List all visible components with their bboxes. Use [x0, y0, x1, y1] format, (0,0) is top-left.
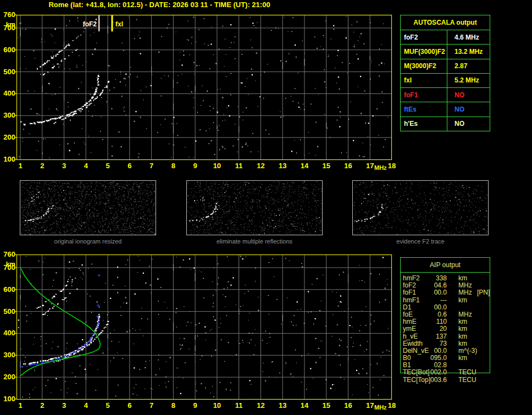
x-axis-unit: MHz — [374, 404, 387, 411]
aip-param-label: Ewidth — [400, 340, 430, 347]
y-axis-unit: km — [0, 261, 15, 268]
autoscala-param-label: M(3000)F2 — [401, 59, 447, 73]
x-tick-label: 4 — [79, 162, 93, 170]
aip-param-unit: km — [458, 355, 476, 362]
x-axis-unit: MHz — [374, 164, 387, 171]
aip-row-hmf1: hmF1---km — [400, 297, 510, 304]
x-tick-label: 6 — [123, 402, 137, 410]
y-tick-label: 400 — [0, 329, 15, 337]
autoscala-table-title: AUTOSCALA output — [401, 15, 490, 30]
y-tick-label: 760 — [0, 251, 15, 258]
panel-label-evidence: evidence F2 trace — [352, 238, 489, 245]
autoscala-param-label: ftEs — [401, 102, 447, 116]
aip-param-unit: km — [458, 325, 476, 333]
aip-row-tectop: TEC[Top]003.6TECU — [400, 377, 510, 384]
x-tick-label: 16 — [341, 402, 355, 410]
autoscala-param-label: fxI — [401, 74, 447, 87]
aip-row-hme: hmE110km — [400, 318, 510, 325]
aip-param-value: 003.6 — [430, 377, 447, 384]
x-tick-label: 12 — [253, 162, 268, 170]
aip-param-value: 73 — [430, 340, 447, 347]
x-tick-label: 4 — [79, 402, 93, 410]
x-tick-label: 3 — [57, 402, 71, 410]
aip-param-unit: TECU — [458, 377, 476, 384]
y-axis-unit: km — [0, 21, 15, 29]
x-tick-label: 6 — [123, 162, 137, 170]
autoscala-param-value: 2.87 — [447, 59, 490, 73]
y-tick-label: 500 — [0, 68, 15, 76]
aip-row-delnve: DelN_vE00.0m^(-3) — [400, 347, 510, 355]
page-title: Rome (lat: +41.8, lon: 012.5) - DATE: 20… — [0, 1, 319, 9]
x-tick-label: 13 — [275, 162, 290, 170]
x-tick-label: 8 — [166, 402, 180, 410]
aip-row-tecbot: TEC[Bot]002.0TECU — [400, 369, 510, 376]
aip-param-value: 002.0 — [430, 369, 447, 376]
aip-param-label: foF1 — [400, 289, 430, 296]
autoscala-screen: Rome (lat: +41.8, lon: 012.5) - DATE: 20… — [0, 0, 532, 415]
aip-box-title: AIP output — [401, 258, 490, 273]
autoscala-row-m3000f2: M(3000)F22.87 — [401, 59, 490, 74]
autoscala-param-value: NO — [447, 102, 490, 116]
aip-param-unit: km — [458, 297, 476, 304]
aip-row-fof2: foF204.6MHz — [400, 282, 510, 289]
aip-row-b0: B0095.0km — [400, 355, 510, 362]
x-tick-label: 5 — [101, 402, 115, 410]
y-tick-label: 200 — [0, 373, 15, 381]
y-tick-label: 600 — [0, 286, 15, 294]
y-tick-label: 500 — [0, 308, 15, 316]
x-tick-label: 2 — [35, 402, 49, 410]
fxI-marker-label: fxI — [115, 21, 123, 28]
autoscala-param-label: MUF(3000)F2 — [401, 45, 447, 58]
aip-param-label: h_vE — [400, 333, 430, 340]
autoscala-row-ftes: ftEsNO — [401, 102, 490, 117]
autoscala-output-table: AUTOSCALA output foF24.6 MHzMUF(3000)F21… — [400, 15, 490, 131]
panel-eliminate-reflections — [186, 180, 323, 235]
aip-param-unit: km — [458, 340, 476, 347]
x-tick-label: 14 — [297, 402, 312, 410]
x-tick-label: 8 — [166, 162, 180, 170]
aip-param-value: --- — [430, 297, 447, 304]
aip-param-unit: km — [458, 333, 476, 340]
y-tick-label: 600 — [0, 46, 15, 54]
y-tick-label: 300 — [0, 112, 15, 119]
aip-param-label: TEC[Top] — [400, 377, 430, 384]
aip-row-fof1: foF100.0MHz[PN] — [400, 289, 510, 296]
aip-row-foe: foE0.6MHz — [400, 311, 510, 318]
autoscala-param-value: 4.6 MHz — [447, 30, 490, 44]
x-tick-label: 13 — [275, 402, 290, 410]
autoscala-row-fof2: foF24.6 MHz — [401, 30, 490, 45]
x-tick-label: 5 — [101, 162, 115, 170]
panel-label-original: original ionogram resized — [20, 238, 156, 245]
aip-row-d1: D100.0 — [400, 304, 510, 311]
x-tick-label: 2 — [35, 162, 49, 170]
x-tick-label: 16 — [341, 162, 355, 170]
panel-original-ionogram — [20, 180, 156, 235]
x-tick-label: 14 — [297, 162, 312, 170]
aip-param-label: D1 — [400, 304, 430, 311]
aip-param-note: [PN] — [477, 289, 490, 296]
x-tick-label: 15 — [319, 402, 334, 410]
aip-param-label: ymE — [400, 325, 430, 333]
aip-row-hmf2: hmF2338km — [400, 275, 510, 282]
autoscala-param-label: h'Es — [401, 117, 447, 131]
x-tick-label: 10 — [210, 402, 224, 410]
x-tick-label: 15 — [319, 162, 334, 170]
x-tick-label: 11 — [232, 402, 246, 410]
aip-param-unit: MHz — [458, 289, 476, 296]
x-tick-label: 11 — [232, 162, 246, 170]
autoscala-row-muf3000f2: MUF(3000)F213.2 MHz — [401, 45, 490, 59]
aip-row-yme: ymE20km — [400, 325, 510, 333]
aip-param-label: TEC[Bot] — [400, 369, 430, 376]
y-tick-label: 300 — [0, 351, 15, 359]
autoscala-row-fxi: fxI5.2 MHz — [401, 74, 490, 88]
autoscala-row-hes: h'EsNO — [401, 117, 490, 131]
panel-label-eliminate: eliminate multiple reflections — [186, 238, 323, 245]
x-tick-label: 1 — [13, 162, 27, 170]
autoscala-param-value: NO — [447, 117, 490, 131]
aip-param-unit — [458, 304, 476, 311]
x-tick-label: 7 — [145, 162, 159, 170]
y-tick-label: 760 — [0, 11, 15, 19]
autoscala-param-label: foF1 — [401, 88, 447, 102]
x-tick-label: 10 — [210, 162, 224, 170]
x-tick-label: 9 — [188, 402, 202, 410]
